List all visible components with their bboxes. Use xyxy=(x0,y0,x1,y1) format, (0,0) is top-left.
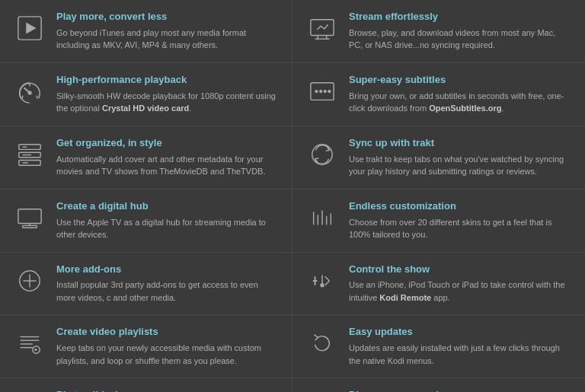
svg-point-23 xyxy=(312,145,332,164)
feature-hub: Create a digital hub Use the Apple TV as… xyxy=(0,190,292,253)
svg-point-13 xyxy=(315,90,318,92)
feature-title: Photo slideshows xyxy=(56,389,278,392)
updates-icon xyxy=(306,327,338,359)
svg-rect-19 xyxy=(19,160,40,165)
addons-icon xyxy=(14,265,46,297)
feature-trakt: Sync up with trakt Use trakt to keep tab… xyxy=(292,126,585,190)
feature-addons: More add-ons Install popular 3rd party a… xyxy=(0,253,292,316)
feature-updates: Easy updates Updates are easily installe… xyxy=(292,315,585,378)
feature-title: Control the show xyxy=(349,263,571,276)
feature-music: Discover new music Find new artists you'… xyxy=(292,378,585,392)
feature-title: Create video playlists xyxy=(56,326,278,339)
feature-desc: Bring your own, or add subtitles in seco… xyxy=(349,90,571,115)
customize-icon xyxy=(306,202,338,234)
feature-title: Stream effortlessly xyxy=(349,11,571,24)
feature-play-more: Play more, convert less Go beyond iTunes… xyxy=(0,0,292,63)
feature-organize: Get organized, in style Automatically ad… xyxy=(0,126,292,190)
playlist-icon xyxy=(14,327,46,359)
svg-point-8 xyxy=(28,91,31,94)
control-icon xyxy=(306,265,338,297)
feature-title: Get organized, in style xyxy=(56,137,278,150)
organize-icon xyxy=(14,139,46,171)
svg-point-16 xyxy=(328,90,331,92)
feature-subtitles: Super-easy subtitles Bring your own, or … xyxy=(292,63,585,126)
feature-control: Control the show Use an iPhone, iPod Tou… xyxy=(292,253,585,316)
feature-title: Endless customization xyxy=(349,200,571,213)
features-grid: Play more, convert less Go beyond iTunes… xyxy=(0,0,585,392)
play-icon xyxy=(14,12,46,44)
subtitles-icon xyxy=(306,75,338,107)
svg-rect-26 xyxy=(23,225,37,228)
svg-point-14 xyxy=(320,90,322,92)
svg-rect-17 xyxy=(19,145,40,150)
feature-title: High-performance playback xyxy=(56,74,278,87)
svg-line-38 xyxy=(325,276,330,281)
svg-point-40 xyxy=(321,283,324,286)
feature-desc: Browse, play, and download videos from m… xyxy=(349,27,571,52)
stream-icon xyxy=(306,12,338,44)
feature-title: Super-easy subtitles xyxy=(349,74,571,87)
feature-desc: Choose from over 20 different skins to g… xyxy=(349,216,571,241)
hub-icon xyxy=(14,202,46,234)
svg-rect-24 xyxy=(18,209,41,223)
feature-title: Discover new music xyxy=(349,389,571,392)
feature-photo: Photo slideshows Stream photos from just… xyxy=(0,378,292,392)
feature-highperf: High-performance playback Silky-smooth H… xyxy=(0,63,292,126)
feature-desc: Install popular 3rd party add-ons to get… xyxy=(56,279,278,304)
feature-desc: Silky-smooth HW decode playback for 1080… xyxy=(56,90,278,115)
feature-stream: Stream effortlessly Browse, play, and do… xyxy=(292,0,585,63)
feature-desc: Automatically add cover art and other me… xyxy=(56,153,278,178)
feature-desc: Use trakt to keep tabs on what you've wa… xyxy=(349,153,571,178)
feature-customize: Endless customization Choose from over 2… xyxy=(292,190,585,253)
feature-desc: Use an iPhone, iPod Touch or iPad to tak… xyxy=(349,279,571,304)
feature-title: Play more, convert less xyxy=(56,11,278,24)
feature-desc: Keep tabs on your newly accessible media… xyxy=(56,342,278,367)
sync-icon xyxy=(306,139,338,171)
feature-title: Easy updates xyxy=(349,326,571,339)
svg-point-15 xyxy=(324,90,326,92)
feature-title: Sync up with trakt xyxy=(349,137,571,150)
feature-title: More add-ons xyxy=(56,263,278,276)
feature-playlist: Create video playlists Keep tabs on your… xyxy=(0,315,292,378)
svg-line-39 xyxy=(325,281,330,285)
gauge-icon xyxy=(14,75,46,107)
feature-desc: Use the Apple TV as a digital hub for st… xyxy=(56,216,278,241)
feature-desc: Updates are easily installed with just a… xyxy=(349,342,571,367)
svg-marker-1 xyxy=(26,22,36,33)
feature-title: Create a digital hub xyxy=(56,200,278,213)
feature-desc: Go beyond iTunes and play most any media… xyxy=(56,27,278,52)
